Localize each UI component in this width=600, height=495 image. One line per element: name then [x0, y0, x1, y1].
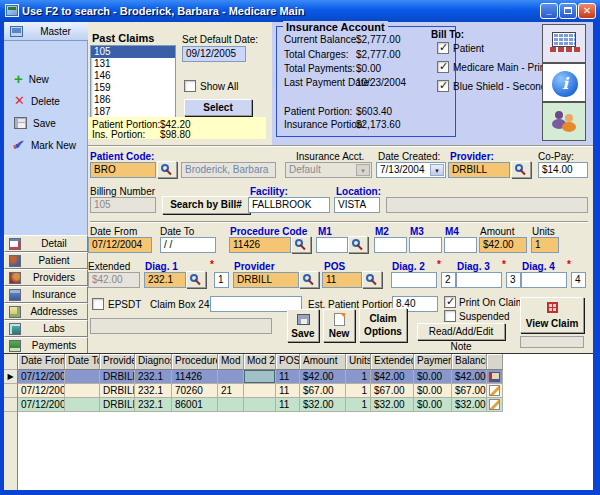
grid-cell[interactable]: 07/12/2004 — [18, 384, 65, 398]
diag4-pointer-field[interactable]: 4 — [571, 272, 586, 288]
grid-cell[interactable] — [65, 384, 100, 398]
grid-cell[interactable]: DRBILL — [100, 384, 135, 398]
column-header[interactable]: Amount — [300, 354, 346, 370]
grid-cell[interactable]: 11 — [276, 398, 300, 412]
column-header[interactable]: Balance — [452, 354, 487, 370]
diag4-field[interactable] — [521, 272, 567, 288]
column-header[interactable]: Provider — [100, 354, 135, 370]
m1-search-button[interactable] — [348, 236, 368, 253]
grid-cell[interactable]: 07/12/2004 — [18, 370, 65, 384]
diag1-pointer-field[interactable]: 1 — [214, 272, 229, 288]
grid-cell[interactable]: $42.00 — [452, 370, 487, 384]
pos-field[interactable]: 11 — [322, 272, 362, 288]
info-button[interactable]: i — [542, 63, 586, 102]
sidebar-item-addresses[interactable]: Addresses — [4, 303, 88, 320]
facility-field[interactable]: FALLBROOK — [248, 197, 330, 213]
grid-cell[interactable] — [218, 370, 244, 384]
minimize-button[interactable]: _ — [540, 3, 558, 19]
row-edit-icon[interactable] — [487, 398, 503, 412]
grid-cell[interactable]: $0.00 — [414, 384, 452, 398]
column-header[interactable]: Diagnosis — [135, 354, 172, 370]
column-header[interactable]: Date To — [65, 354, 100, 370]
sidebar-delete-button[interactable]: ✕ Delete — [14, 92, 60, 110]
grid-cell[interactable]: 1 — [346, 370, 371, 384]
provider-search-button[interactable] — [511, 161, 531, 178]
sidebar-item-detail[interactable]: Detail — [4, 235, 88, 252]
date-to-field[interactable]: / / — [160, 237, 216, 253]
date-from-field[interactable]: 07/12/2004 — [88, 237, 152, 253]
column-header[interactable]: Procedure — [172, 354, 218, 370]
sidebar-item-labs[interactable]: Labs — [4, 320, 88, 337]
grid-row[interactable]: 07/12/2004 DRBILL 232.1 70260 21 11 $67.… — [4, 384, 503, 398]
maximize-button[interactable] — [559, 3, 577, 19]
past-claims-item[interactable]: 146 — [91, 70, 175, 82]
grid-cell[interactable]: 21 — [218, 384, 244, 398]
units-field[interactable]: 1 — [531, 237, 559, 253]
select-button[interactable]: Select — [184, 99, 252, 116]
procedure-search-button[interactable] — [291, 236, 311, 253]
sidebar-item-patient[interactable]: Patient — [4, 252, 88, 269]
copay-field[interactable]: $14.00 — [538, 162, 588, 178]
m1-field[interactable] — [316, 237, 348, 253]
provider-field[interactable]: DRBILL — [448, 162, 510, 178]
m4-field[interactable] — [444, 237, 477, 253]
grid-cell[interactable]: 11 — [276, 384, 300, 398]
row-selector[interactable]: ▶ — [4, 370, 18, 384]
past-claims-list[interactable]: 105 131 146 159 186 187 — [90, 45, 176, 119]
location-field[interactable]: VISTA — [334, 197, 380, 213]
m3-field[interactable] — [409, 237, 442, 253]
sidebar-item-providers[interactable]: Providers — [4, 269, 88, 286]
past-claims-item[interactable]: 105 — [91, 46, 175, 58]
grid-cell[interactable]: $32.00 — [452, 398, 487, 412]
grid-cell[interactable]: $32.00 — [300, 398, 346, 412]
column-header[interactable]: Units — [346, 354, 371, 370]
line-provider-search-button[interactable] — [299, 271, 319, 288]
claim-options-button[interactable]: Claim Options — [359, 308, 407, 342]
grid-cell[interactable]: 11426 — [172, 370, 218, 384]
column-header[interactable]: POS — [276, 354, 300, 370]
diag1-search-button[interactable] — [186, 271, 206, 288]
grid-cell[interactable]: $32.00 — [371, 398, 414, 412]
grid-cell[interactable]: $42.00 — [300, 370, 346, 384]
row-note-icon[interactable] — [487, 370, 503, 384]
grid-cell[interactable]: DRBILL — [100, 398, 135, 412]
save-button[interactable]: Save — [287, 309, 319, 342]
grid-cell[interactable]: 232.1 — [135, 398, 172, 412]
bill-to-medicare-checkbox[interactable] — [437, 61, 449, 73]
grid-cell[interactable]: 07/12/2004 — [18, 398, 65, 412]
grid-cell[interactable]: $67.00 — [371, 384, 414, 398]
row-selector[interactable] — [4, 398, 18, 412]
grid-cell[interactable]: $67.00 — [300, 384, 346, 398]
patients-button[interactable] — [542, 102, 586, 141]
grid-cell[interactable]: $67.00 — [452, 384, 487, 398]
date-created-select[interactable]: 7/13/2004 ▼ — [376, 162, 446, 178]
grid-row-selected[interactable]: ▶ 07/12/2004 DRBILL 232.1 11426 11 $42.0… — [4, 370, 503, 384]
grid-cell[interactable]: DRBILL — [100, 370, 135, 384]
suspended-checkbox[interactable] — [444, 310, 456, 322]
sidebar-item-insurance[interactable]: Insurance — [4, 286, 88, 303]
view-claim-button[interactable]: View Claim — [520, 297, 584, 333]
sidebar-new-button[interactable]: + New — [14, 70, 49, 88]
grid-cell[interactable]: 70260 — [172, 384, 218, 398]
procedure-code-field[interactable]: 11426 — [229, 237, 291, 253]
row-selector[interactable] — [4, 384, 18, 398]
chevron-down-icon[interactable]: ▼ — [430, 164, 444, 176]
grid-cell-focused[interactable] — [244, 370, 276, 384]
grid-cell[interactable] — [65, 370, 100, 384]
grid-cell[interactable]: 86001 — [172, 398, 218, 412]
grid-cell[interactable]: 232.1 — [135, 384, 172, 398]
epsdt-checkbox[interactable] — [92, 298, 104, 310]
diag2-pointer-field[interactable]: 2 — [441, 272, 456, 288]
amount-field[interactable]: $42.00 — [479, 237, 527, 253]
facility-button[interactable] — [542, 24, 586, 63]
column-header[interactable]: Payments — [414, 354, 452, 370]
grid-row[interactable]: 07/12/2004 DRBILL 232.1 86001 11 $32.00 … — [4, 398, 503, 412]
grid-cell[interactable] — [65, 398, 100, 412]
grid-cell[interactable]: 232.1 — [135, 370, 172, 384]
read-add-edit-note-button[interactable]: Read/Add/Edit Note — [417, 323, 505, 340]
sidebar-master-header[interactable]: Master — [4, 22, 88, 41]
column-header[interactable]: Date From — [18, 354, 65, 370]
bill-to-blueshield-checkbox[interactable] — [437, 80, 449, 92]
row-edit-icon[interactable] — [487, 384, 503, 398]
grid-cell[interactable]: 11 — [276, 370, 300, 384]
